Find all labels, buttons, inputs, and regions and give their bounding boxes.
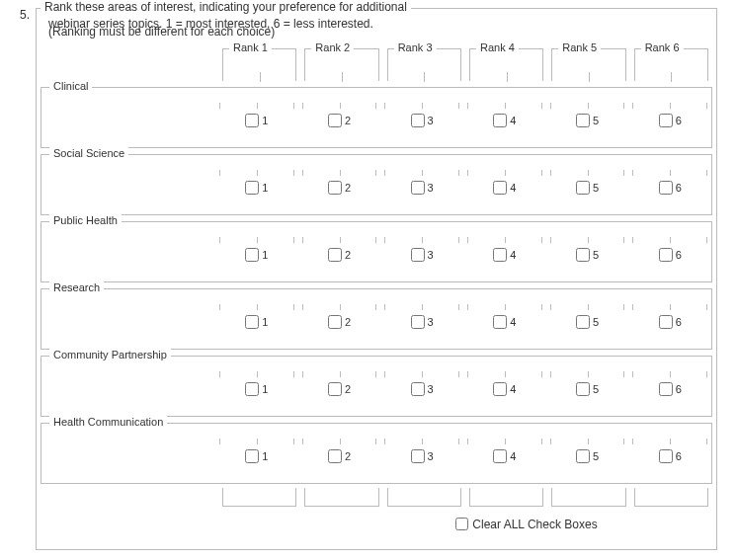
rank-checkbox[interactable] [576,449,590,463]
rank-checkbox[interactable] [411,315,425,329]
rank-number-label: 5 [593,115,599,126]
rank-cell: 6 [628,181,711,195]
rank-checkbox[interactable] [328,449,342,463]
rank-1-header: Rank 1 [222,48,296,81]
rank-checkbox[interactable] [411,449,425,463]
rank-checkbox[interactable] [245,315,259,329]
rank-checkbox[interactable] [411,114,425,127]
rank-checkbox[interactable] [411,382,425,396]
rank-checkbox[interactable] [659,449,673,463]
rank-checkbox[interactable] [659,315,673,329]
rank-checkbox[interactable] [245,181,259,195]
item-row: Social Science123456 [41,154,712,215]
row-label: Health Communication [49,416,167,428]
rank-cell: 3 [380,248,463,262]
rank-number-label: 1 [262,316,268,328]
rank-checkbox[interactable] [328,315,342,329]
rank-checkbox[interactable] [328,114,342,127]
clear-row: Clear ALL Check Boxes [41,515,712,533]
rank-checkbox[interactable] [576,315,590,329]
rank-cell: 6 [628,315,711,329]
rank-number-label: 2 [345,316,351,328]
rank-checkbox[interactable] [576,181,590,195]
rank-cell: 2 [298,449,381,463]
rank-checkbox[interactable] [576,248,590,262]
rank-number-label: 6 [676,383,682,395]
rank-cell: 2 [298,114,381,127]
rank-cell: 2 [298,248,381,262]
rank-number-label: 3 [428,249,434,261]
rank-cell: 6 [628,449,711,463]
rank-cell: 5 [546,248,629,262]
rank-checkbox[interactable] [493,248,507,262]
row-frame: Community Partnership123456 [41,356,712,417]
rank-number-label: 4 [510,182,516,194]
rank-number-label: 4 [510,316,516,328]
rank-checkbox[interactable] [493,382,507,396]
rank-checkbox[interactable] [659,382,673,396]
rank-number-label: 4 [510,383,516,395]
rank-checkbox[interactable] [493,315,507,329]
rank-checkbox[interactable] [245,114,259,127]
rank-number-label: 6 [676,182,682,194]
rank-checkbox[interactable] [328,248,342,262]
rank-checkbox[interactable] [576,114,590,127]
rank-checkbox[interactable] [245,248,259,262]
rank-number-label: 5 [593,182,599,194]
item-row: Health Communication123456 [41,423,712,484]
rank-checkbox[interactable] [493,181,507,195]
rank-number-label: 2 [345,383,351,395]
clear-all-checkbox[interactable] [455,518,468,530]
rank-number-label: 6 [676,249,682,261]
rank-cell: 3 [380,382,463,396]
rank-number-label: 3 [428,450,434,462]
rank-number-label: 1 [262,383,268,395]
rank-number-label: 1 [262,450,268,462]
rank-cell: 3 [380,449,463,463]
row-label: Research [49,281,104,293]
rank-5-header: Rank 5 [551,48,625,81]
rank-cell: 4 [463,181,546,195]
rank-cell: 4 [463,315,546,329]
clear-all-label: Clear ALL Check Boxes [472,518,597,531]
rank-number-label: 5 [593,450,599,462]
rank-checkbox[interactable] [576,382,590,396]
question-text-line1: Rank these areas of interest, indicating… [41,0,411,14]
rank-cell: 4 [463,449,546,463]
rank-number-label: 5 [593,316,599,328]
rank-number-label: 2 [345,249,351,261]
rank-cell: 6 [628,248,711,262]
rank-cell: 5 [546,315,629,329]
rank-checkbox[interactable] [328,382,342,396]
rank-cell: 2 [298,315,381,329]
rank-number-label: 6 [676,450,682,462]
rank-number-label: 6 [676,316,682,328]
rank-number-label: 4 [510,115,516,126]
rank-cell: 5 [546,382,629,396]
rank-number-label: 4 [510,249,516,261]
row-label: Public Health [49,214,122,226]
rank-cell: 1 [215,449,298,463]
row-frame: Health Communication123456 [41,423,712,484]
row-label: Community Partnership [49,349,171,360]
rank-checkbox[interactable] [328,181,342,195]
rank-checkbox[interactable] [245,449,259,463]
question-body: Rank these areas of interest, indicating… [36,8,717,550]
rank-number-label: 3 [428,316,434,328]
rank-checkbox[interactable] [659,114,673,127]
rank-checkbox[interactable] [493,114,507,127]
rank-checkbox[interactable] [245,382,259,396]
rank-header-row: Rank 1 Rank 2 Rank 3 Rank 4 Rank 5 Rank … [41,48,712,81]
rank-checkbox[interactable] [411,248,425,262]
rank-number-label: 5 [593,383,599,395]
rank-checkbox[interactable] [493,449,507,463]
rank-cell: 4 [463,114,546,127]
rank-checkbox[interactable] [411,181,425,195]
rank-checkbox[interactable] [659,248,673,262]
rank-checkbox[interactable] [659,181,673,195]
rank-number-label: 5 [593,249,599,261]
rank-cell: 5 [546,181,629,195]
rank-cell: 4 [463,382,546,396]
row-frame: Research123456 [41,288,712,350]
ranking-grid: Rank 1 Rank 2 Rank 3 Rank 4 Rank 5 Rank … [41,48,712,533]
